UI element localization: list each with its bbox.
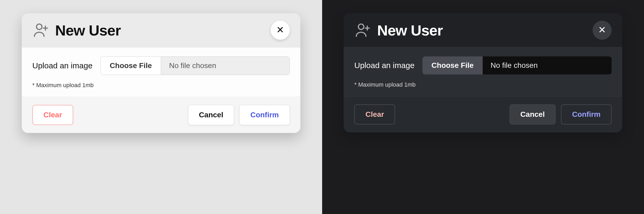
upload-row: Upload an image Choose File No file chos… — [354, 56, 612, 74]
confirm-button[interactable]: Confirm — [239, 105, 289, 125]
dialog-body: Upload an image Choose File No file chos… — [22, 47, 300, 97]
file-input[interactable]: Choose File No file chosen — [101, 56, 290, 75]
upload-hint: * Maximum upload 1mb — [354, 81, 612, 88]
choose-file-button[interactable]: Choose File — [101, 57, 161, 75]
upload-row: Upload an image Choose File No file chos… — [32, 56, 290, 75]
svg-point-0 — [36, 24, 42, 30]
dialog-body: Upload an image Choose File No file chos… — [344, 47, 622, 96]
add-user-icon — [354, 22, 371, 38]
add-user-icon — [32, 22, 49, 38]
footer-spacer — [400, 104, 504, 124]
choose-file-button[interactable]: Choose File — [422, 56, 483, 74]
cancel-button[interactable]: Cancel — [509, 104, 556, 124]
upload-hint: * Maximum upload 1mb — [32, 82, 290, 89]
upload-label: Upload an image — [32, 61, 93, 70]
close-button[interactable] — [593, 21, 612, 40]
dialog-footer: Clear Cancel Confirm — [22, 97, 300, 133]
upload-label: Upload an image — [354, 61, 414, 70]
new-user-dialog: New User Upload an image Choose File No … — [22, 13, 300, 133]
new-user-dialog: New User Upload an image Choose File No … — [344, 13, 622, 132]
file-input[interactable]: Choose File No file chosen — [422, 56, 612, 74]
close-icon — [598, 25, 606, 36]
dark-theme-panel: New User Upload an image Choose File No … — [322, 0, 644, 214]
confirm-button[interactable]: Confirm — [561, 104, 612, 124]
cancel-button[interactable]: Cancel — [188, 105, 234, 125]
file-status-text: No file chosen — [161, 57, 289, 75]
dialog-header: New User — [344, 13, 622, 47]
close-button[interactable] — [271, 21, 290, 40]
dialog-title: New User — [55, 22, 121, 39]
clear-button[interactable]: Clear — [32, 105, 73, 125]
close-icon — [276, 25, 284, 36]
svg-point-5 — [358, 24, 364, 30]
light-theme-panel: New User Upload an image Choose File No … — [0, 0, 322, 214]
dialog-title: New User — [377, 22, 443, 39]
clear-button[interactable]: Clear — [354, 104, 395, 124]
file-status-text: No file chosen — [483, 56, 612, 74]
footer-spacer — [79, 105, 183, 125]
dialog-footer: Clear Cancel Confirm — [344, 96, 622, 132]
dialog-header: New User — [22, 13, 300, 47]
